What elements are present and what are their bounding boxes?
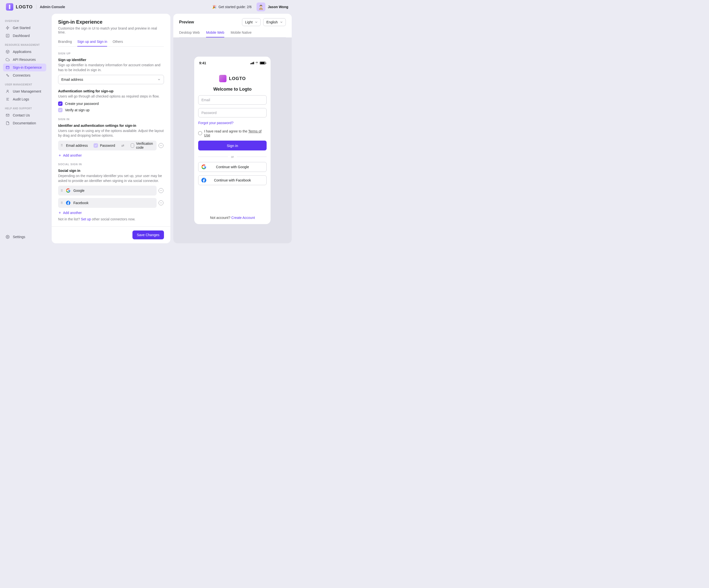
party-popper-icon: 🎉 — [212, 5, 216, 9]
preview-logo-mark-icon — [219, 75, 227, 82]
forgot-password-link[interactable]: Forgot your password? — [198, 121, 267, 125]
social-row-facebook[interactable]: ⠿ Facebook — [58, 198, 157, 208]
preview-tab-desktop-web[interactable]: Desktop Web — [179, 30, 200, 37]
theme-select[interactable]: Light — [242, 18, 261, 26]
sidebar-item-label: Contact Us — [13, 113, 30, 117]
create-account-link[interactable]: Create Account — [231, 216, 255, 220]
svg-point-1 — [260, 5, 262, 7]
bar-chart-icon — [5, 33, 10, 38]
sidebar-item-label: Audit Logs — [13, 97, 29, 101]
section-signup-label: SIGN UP — [58, 52, 164, 55]
avatar-illustration-icon — [258, 4, 264, 10]
sidebar-group-overview: OVERVIEW — [5, 20, 44, 22]
sidebar-item-label: Sign-in Experience — [13, 66, 42, 70]
preview-card: Preview Light English Desktop Web — [173, 14, 292, 243]
facebook-icon — [201, 178, 206, 183]
password-input[interactable]: Password — [198, 108, 267, 118]
remove-button[interactable] — [159, 188, 163, 193]
signal-icon — [251, 62, 254, 64]
social-provider-name: Facebook — [73, 201, 88, 205]
plus-icon — [58, 154, 61, 157]
identifier-label: Email address — [66, 144, 90, 148]
tab-signup-signin[interactable]: Sign up and Sign in — [77, 40, 107, 47]
link-icon — [5, 73, 10, 78]
preview-brand: LOGTO — [229, 76, 246, 81]
signin-desc: Users can sign in using any of the optio… — [58, 129, 164, 138]
save-changes-button[interactable]: Save Changes — [132, 230, 164, 239]
get-started-guide-link[interactable]: 🎉 Get started guide: 2/6 — [212, 5, 252, 9]
email-input[interactable]: Email — [198, 95, 267, 105]
add-another-social-button[interactable]: Add another — [58, 211, 164, 215]
cloud-icon — [5, 57, 10, 62]
chevron-down-icon — [157, 78, 161, 81]
signin-method-row[interactable]: ⠿ Email address Password ⇄ Verification … — [58, 140, 157, 150]
signin-title: Identifier and authentication settings f… — [58, 124, 164, 128]
avatar[interactable] — [257, 2, 265, 11]
checkbox-label: Create your password — [65, 102, 99, 106]
vertical-divider — [36, 4, 36, 9]
preview-tab-mobile-web[interactable]: Mobile Web — [206, 30, 224, 37]
chevron-down-icon — [280, 21, 283, 24]
checkbox-create-password[interactable]: Create your password — [58, 101, 164, 106]
preview-tabs: Desktop Web Mobile Web Mobile Native — [179, 30, 286, 37]
remove-button[interactable] — [159, 143, 163, 148]
preview-title: Preview — [179, 20, 194, 24]
sidebar-item-get-started[interactable]: Get Started — [3, 24, 46, 32]
sidebar-item-audit-logs[interactable]: Audit Logs — [3, 95, 46, 103]
section-signin-label: SIGN IN — [58, 118, 164, 121]
facebook-icon — [66, 201, 71, 205]
plus-icon — [58, 211, 61, 214]
svg-rect-3 — [6, 66, 9, 69]
sidebar-item-sign-in-experience[interactable]: Sign-in Experience — [3, 63, 46, 71]
select-value: Light — [245, 20, 253, 24]
social-desc: Depending on the mandatory identifier yo… — [58, 174, 164, 183]
language-select[interactable]: English — [263, 18, 286, 26]
social-provider-name: Google — [73, 188, 84, 193]
remove-button[interactable] — [159, 200, 163, 205]
swap-icon[interactable]: ⇄ — [121, 144, 124, 148]
drag-handle-icon[interactable]: ⠿ — [60, 144, 63, 147]
social-setup-hint: Not in the list? Set up other social con… — [58, 217, 164, 221]
brand-logo[interactable]: LOGTO — [6, 3, 33, 10]
sidebar-item-contact-us[interactable]: Contact Us — [3, 111, 46, 119]
checkbox-checked-icon — [94, 143, 98, 148]
sidebar-item-settings[interactable]: Settings — [3, 233, 46, 241]
user-name: Jason Wong — [268, 5, 288, 9]
drag-handle-icon[interactable]: ⠿ — [60, 189, 63, 193]
checkbox-unchecked-icon[interactable] — [131, 143, 134, 148]
add-link-label: Add another — [63, 153, 82, 157]
battery-icon — [260, 61, 266, 65]
guide-text: Get started guide: 2/6 — [218, 5, 252, 9]
continue-google-button[interactable]: Continue with Google — [198, 162, 267, 172]
signup-identifier-desc: Sign up identifier is mandatory informat… — [58, 63, 164, 72]
tab-branding[interactable]: Branding — [58, 40, 72, 46]
terms-row[interactable]: I have read and agree to the Terms of Us… — [198, 129, 267, 137]
signup-identifier-select[interactable]: Email address — [58, 75, 164, 84]
sidebar-item-connectors[interactable]: Connectors — [3, 71, 46, 79]
sidebar-item-label: API Resources — [13, 58, 36, 61]
signin-button[interactable]: Sign in — [198, 140, 267, 150]
svg-point-6 — [7, 90, 8, 91]
sidebar-item-applications[interactable]: Applications — [3, 48, 46, 56]
tab-others[interactable]: Others — [112, 40, 123, 46]
page-subtitle: Customize the sign in UI to match your b… — [58, 26, 164, 34]
bolt-icon — [5, 26, 10, 30]
card-footer: Save Changes — [52, 226, 170, 243]
auth-setting-desc: Users will go through all checked option… — [58, 94, 164, 99]
add-link-label: Add another — [63, 211, 82, 215]
sidebar-item-dashboard[interactable]: Dashboard — [3, 32, 46, 40]
continue-facebook-button[interactable]: Continue with Facebook — [198, 175, 267, 185]
sidebar-item-documentation[interactable]: Documentation — [3, 119, 46, 127]
drag-handle-icon[interactable]: ⠿ — [60, 201, 63, 205]
signup-identifier-title: Sign up identifier — [58, 58, 164, 62]
add-another-signin-button[interactable]: Add another — [58, 153, 164, 157]
sidebar-item-api-resources[interactable]: API Resources — [3, 56, 46, 63]
social-row-google[interactable]: ⠿ Google — [58, 186, 157, 196]
sidebar-item-user-management[interactable]: User Management — [3, 87, 46, 95]
phone-frame: 9:41 LOGTO Welco — [194, 57, 270, 224]
sidebar-item-label: Documentation — [13, 121, 36, 125]
svg-point-8 — [7, 236, 8, 237]
checkbox-verify-at-signup[interactable]: Verify at sign up — [58, 108, 164, 112]
preview-tab-mobile-native[interactable]: Mobile Native — [231, 30, 252, 37]
setup-link[interactable]: Set up — [81, 217, 91, 221]
